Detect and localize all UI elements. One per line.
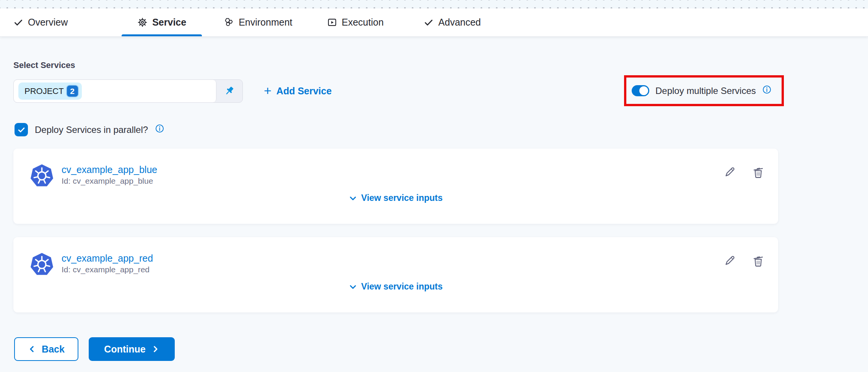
deploy-parallel-label: Deploy Services in parallel?	[35, 125, 148, 135]
stage-tabbar: Overview Service Environment Exe	[0, 8, 868, 37]
kubernetes-icon	[30, 252, 54, 277]
chevron-down-icon	[349, 194, 357, 202]
tab-execution[interactable]: Execution	[310, 8, 401, 36]
tab-advanced[interactable]: Advanced	[406, 8, 498, 36]
tab-label: Execution	[342, 17, 384, 28]
service-card-header: cv_example_app_red Id: cv_example_app_re…	[13, 237, 778, 277]
play-box-icon	[327, 17, 337, 27]
service-tab-panel: Select Services PROJECT 2 + Add Servic	[0, 37, 868, 372]
service-id: Id: cv_example_app_blue	[62, 176, 157, 186]
hexagons-icon	[224, 17, 234, 27]
deploy-parallel-row: Deploy Services in parallel?	[15, 123, 164, 136]
info-icon[interactable]	[155, 124, 164, 133]
service-card-header: cv_example_app_blue Id: cv_example_app_b…	[13, 149, 778, 188]
tab-service[interactable]: Service	[120, 8, 203, 36]
view-service-inputs-label: View service inputs	[361, 193, 442, 203]
pin-icon	[223, 85, 236, 97]
wizard-footer: Back Continue	[14, 337, 175, 361]
tab-label: Environment	[239, 17, 292, 28]
tab-overview[interactable]: Overview	[0, 8, 85, 36]
tab-label: Advanced	[438, 17, 481, 28]
continue-label: Continue	[104, 344, 145, 355]
chevron-right-icon	[151, 345, 159, 353]
project-scope-chip[interactable]: PROJECT 2	[18, 82, 82, 100]
check-icon	[424, 18, 434, 27]
project-chip-label: PROJECT	[24, 86, 64, 96]
chevron-down-icon	[349, 283, 357, 291]
service-name-link[interactable]: cv_example_app_blue	[62, 164, 157, 175]
deploy-parallel-checkbox[interactable]	[15, 123, 28, 136]
info-icon[interactable]	[762, 85, 772, 94]
continue-button[interactable]: Continue	[89, 337, 175, 361]
add-service-button[interactable]: + Add Service	[264, 79, 332, 103]
delete-icon[interactable]	[752, 166, 765, 179]
check-icon	[13, 18, 23, 27]
service-card: cv_example_app_red Id: cv_example_app_re…	[13, 237, 778, 312]
pipeline-canvas-strip	[0, 0, 868, 8]
view-service-inputs-link[interactable]: View service inputs	[13, 193, 778, 203]
service-id: Id: cv_example_app_red	[62, 265, 153, 274]
gear-icon	[137, 17, 148, 27]
select-services-input[interactable]: PROJECT 2	[14, 80, 216, 102]
deploy-multiple-services-toggle[interactable]	[632, 85, 649, 96]
back-button[interactable]: Back	[14, 337, 78, 361]
view-service-inputs-label: View service inputs	[361, 281, 442, 292]
tab-environment[interactable]: Environment	[206, 8, 309, 36]
tab-label: Overview	[28, 17, 68, 28]
edit-icon[interactable]	[723, 255, 736, 268]
kubernetes-icon	[30, 164, 54, 188]
service-card: cv_example_app_blue Id: cv_example_app_b…	[13, 149, 778, 224]
edit-icon[interactable]	[723, 166, 736, 179]
service-name-link[interactable]: cv_example_app_red	[62, 252, 153, 264]
add-service-label: Add Service	[276, 86, 332, 97]
pin-button[interactable]	[216, 80, 242, 102]
back-label: Back	[42, 344, 65, 355]
select-services-field: PROJECT 2	[13, 79, 243, 103]
delete-icon[interactable]	[752, 255, 765, 268]
red-annotation-box: Deploy multiple Services	[624, 75, 784, 106]
view-service-inputs-link[interactable]: View service inputs	[13, 281, 778, 292]
plus-icon: +	[264, 84, 271, 97]
chevron-left-icon	[28, 345, 36, 353]
tab-label: Service	[152, 17, 186, 28]
project-chip-count-badge: 2	[66, 85, 79, 97]
select-services-label: Select Services	[13, 60, 75, 70]
toggle-knob	[639, 86, 648, 95]
deploy-multiple-services-label: Deploy multiple Services	[655, 86, 756, 96]
